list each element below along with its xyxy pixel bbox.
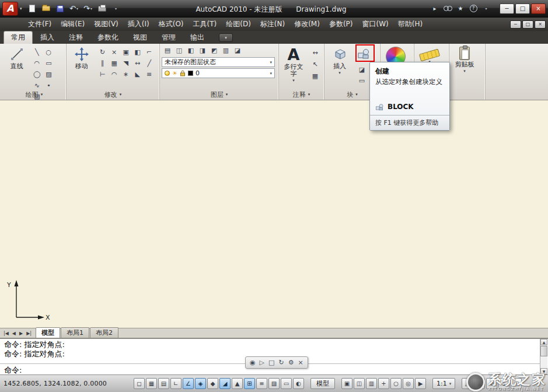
tab-annotate[interactable]: 注释 <box>62 31 90 44</box>
modify-stretch-icon[interactable]: ↔ <box>132 58 144 69</box>
mtext-button[interactable]: A 多行文字 ▾ <box>281 45 306 88</box>
quick-view-layouts-icon[interactable]: ◫ <box>354 378 365 389</box>
layer-dropdown[interactable]: ☀ 0 ▾ <box>162 68 275 78</box>
next-layout-button[interactable]: ▶ <box>18 331 25 336</box>
line-tool-button[interactable]: 直线 <box>4 45 29 88</box>
layer-lock-icon[interactable]: ◩ <box>208 45 220 56</box>
modify-scale-icon[interactable]: ◥ <box>120 58 132 69</box>
open-file-button[interactable] <box>40 2 53 15</box>
communication-center-button[interactable]: ▸ <box>430 4 440 14</box>
paste-button[interactable]: 剪贴板 ▾ <box>451 45 478 88</box>
menu-modify[interactable]: 修改(M) <box>289 18 324 31</box>
redo-button[interactable]: ↷▾ <box>82 2 95 15</box>
panel-modify-footer[interactable]: 修改 ▾ <box>67 90 159 99</box>
panel-annotation-footer[interactable]: 注释 ▾ <box>279 90 324 99</box>
modify-copy-icon[interactable]: ▣ <box>120 47 132 58</box>
record-icon[interactable]: ◉ <box>250 359 256 366</box>
tab-insert[interactable]: 插入 <box>33 31 61 44</box>
save-button[interactable] <box>54 2 67 15</box>
panel-layers-footer[interactable]: 图层 ▾ <box>160 90 278 99</box>
draw-arc-icon[interactable]: ◠ <box>31 58 43 69</box>
draw-hatch-icon[interactable]: ▨ <box>43 69 54 80</box>
first-layout-button[interactable]: |◀ <box>2 331 11 336</box>
layer-state-dropdown[interactable]: 未保存的图层状态 ▾ <box>162 57 275 67</box>
linear-dimension-icon[interactable]: ↔ <box>308 47 322 58</box>
modify-array-icon[interactable]: ▦ <box>109 58 120 69</box>
modify-break-icon[interactable]: ◠ <box>109 69 120 80</box>
model-space-button[interactable]: 模型 <box>310 378 335 389</box>
maximize-button[interactable]: □ <box>515 4 530 14</box>
drawing-canvas[interactable]: Y X <box>0 100 548 328</box>
infer-constraints-toggle[interactable]: ◻ <box>134 378 145 389</box>
create-block-button[interactable] <box>355 46 372 61</box>
object-snap-toggle[interactable]: ◈ <box>195 378 206 389</box>
layer-match-icon[interactable]: ▥ <box>220 45 232 56</box>
scroll-up-button[interactable]: ▲ <box>540 339 547 345</box>
menu-file[interactable]: 文件(F) <box>23 18 56 31</box>
polar-tracking-toggle[interactable]: ∠ <box>183 378 194 389</box>
draw-rectangle-icon[interactable]: ▭ <box>43 58 54 69</box>
modify-rotate-icon[interactable]: ↻ <box>97 47 109 58</box>
menu-tools[interactable]: 工具(T) <box>189 18 222 31</box>
layout-tab-model[interactable]: 模型 <box>36 327 60 338</box>
stop-icon[interactable]: □ <box>268 359 274 366</box>
layer-off-icon[interactable]: ◫ <box>173 45 185 56</box>
tab-parametric[interactable]: 参数化 <box>90 31 125 44</box>
previous-layout-button[interactable]: ◀ <box>11 331 18 336</box>
application-menu-button[interactable]: A ▾ <box>2 2 22 16</box>
drawing-close-button[interactable]: × <box>535 20 546 29</box>
favorites-button[interactable]: ★ <box>455 4 466 14</box>
modify-extend-icon[interactable]: ⊢ <box>97 69 109 80</box>
loop-icon[interactable]: ↻ <box>278 359 284 366</box>
last-layout-button[interactable]: ▶| <box>25 331 33 336</box>
quick-view-drawings-icon[interactable]: ▥ <box>366 378 377 389</box>
layer-previous-icon[interactable]: ◪ <box>232 45 243 56</box>
search-button[interactable] <box>442 4 453 14</box>
table-icon[interactable]: ▦ <box>308 70 322 82</box>
object-snap-tracking-toggle[interactable]: ◢ <box>219 378 231 389</box>
show-motion-icon[interactable]: ▶ <box>415 378 426 389</box>
command-scrollbar[interactable]: ▲ ▼ <box>540 339 547 374</box>
help-button[interactable]: ? <box>468 4 479 14</box>
draw-polyline-icon[interactable]: ╲ <box>31 47 43 58</box>
help-menu-button[interactable]: ▾ <box>481 4 491 14</box>
modify-explode-icon[interactable]: ∗ <box>120 69 132 80</box>
lineweight-toggle[interactable]: ≡ <box>256 378 267 389</box>
zoom-icon[interactable]: ○ <box>390 378 402 389</box>
layout-tab-layout2[interactable]: 布局2 <box>90 327 118 338</box>
minimize-button[interactable]: ─ <box>500 4 514 14</box>
insert-block-button[interactable]: 插入 ▾ <box>326 45 353 88</box>
modify-erase-icon[interactable]: × <box>109 47 120 58</box>
new-file-button[interactable] <box>26 2 39 15</box>
menu-insert[interactable]: 插入(I) <box>123 18 154 31</box>
menu-help[interactable]: 帮助(H) <box>393 18 427 31</box>
menu-format[interactable]: 格式(O) <box>154 18 189 31</box>
drawing-minimize-button[interactable]: ─ <box>510 20 521 29</box>
menu-parametric[interactable]: 参数(P) <box>324 18 358 31</box>
leader-icon[interactable]: ↖ <box>308 58 322 70</box>
3d-object-snap-toggle[interactable]: ◆ <box>207 378 218 389</box>
quick-properties-toggle[interactable]: ▭ <box>281 378 292 389</box>
steering-wheel-icon[interactable]: ◎ <box>403 378 414 389</box>
panel-draw-footer[interactable]: 绘图 ▾ <box>2 90 66 99</box>
close-button[interactable]: × <box>531 4 546 14</box>
tab-output[interactable]: 输出 <box>183 31 211 44</box>
ortho-mode-toggle[interactable]: ∟ <box>170 378 181 389</box>
block-editor-icon[interactable]: ▭ <box>356 75 368 86</box>
layer-freeze-icon[interactable]: ◨ <box>197 45 208 56</box>
menu-window[interactable]: 窗口(W) <box>358 18 393 31</box>
modify-fillet-icon[interactable]: ⌐ <box>144 47 155 58</box>
drawing-restore-button[interactable]: □ <box>522 20 533 29</box>
draw-circle-icon[interactable]: ○ <box>43 47 54 58</box>
modify-chamfer-icon[interactable]: ◣ <box>132 69 144 80</box>
transparency-toggle[interactable]: ▨ <box>268 378 280 389</box>
selection-cycling-toggle[interactable]: ◐ <box>293 378 304 389</box>
undo-button[interactable]: ↶▾ <box>68 2 81 15</box>
modify-lengthen-icon[interactable]: ≡ <box>144 69 155 80</box>
snap-mode-toggle[interactable]: ▦ <box>146 378 157 389</box>
move-tool-button[interactable]: 移动 <box>68 45 95 88</box>
model-paper-toggle[interactable]: ▣ <box>341 378 352 389</box>
scrollbar-thumb[interactable] <box>540 346 547 356</box>
qat-customize-button[interactable]: ▾ <box>110 2 123 15</box>
modify-offset-icon[interactable]: ∥ <box>97 58 109 69</box>
